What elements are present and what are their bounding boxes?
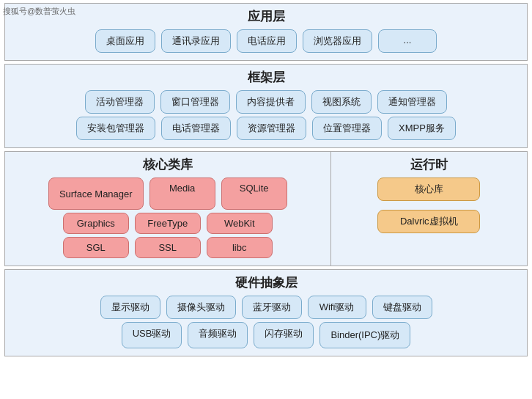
fw-btn-package[interactable]: 安装包管理器 [76, 117, 155, 140]
hal-btn-display[interactable]: 显示驱动 [100, 296, 160, 319]
app-btn-contacts[interactable]: 通讯录应用 [161, 29, 231, 53]
core-btn-libc[interactable]: libc [207, 237, 273, 258]
core-btn-graphics[interactable]: Graphics [63, 213, 129, 234]
core-row1: Surface Manager Media SQLite [11, 177, 325, 210]
hal-btn-binder[interactable]: Binder(IPC)驱动 [319, 322, 410, 348]
framework-layer: 框架层 活动管理器 窗口管理器 内容提供者 视图系统 通知管理器 安装包管理器 … [4, 64, 528, 148]
hal-row1: 显示驱动 摄像头驱动 蓝牙驱动 Wifi驱动 键盘驱动 [11, 296, 521, 319]
runtime: 运行时 核心库 Dalvric虚拟机 [331, 152, 527, 266]
core-libs-title: 核心类库 [11, 156, 325, 173]
app-layer: 应用层 桌面应用 通讯录应用 电话应用 浏览器应用 ... [4, 3, 528, 61]
app-btn-phone[interactable]: 电话应用 [237, 29, 297, 53]
app-layer-title: 应用层 [11, 8, 521, 25]
fw-btn-location[interactable]: 位置管理器 [312, 117, 382, 140]
app-btn-desktop[interactable]: 桌面应用 [95, 29, 155, 53]
framework-row1: 活动管理器 窗口管理器 内容提供者 视图系统 通知管理器 [11, 90, 521, 114]
runtime-buttons: 核心库 Dalvric虚拟机 [337, 177, 521, 236]
hal-layer-title: 硬件抽象层 [11, 274, 521, 291]
app-btn-browser[interactable]: 浏览器应用 [303, 29, 372, 53]
core-btn-sgl[interactable]: SGL [63, 237, 129, 258]
hal-btn-bluetooth[interactable]: 蓝牙驱动 [242, 296, 302, 319]
core-btn-webkit[interactable]: WebKit [207, 213, 273, 234]
runtime-title: 运行时 [337, 156, 521, 173]
app-btn-more[interactable]: ... [378, 29, 437, 53]
fw-btn-telephony[interactable]: 电话管理器 [161, 117, 231, 140]
hal-layer: 硬件抽象层 显示驱动 摄像头驱动 蓝牙驱动 Wifi驱动 键盘驱动 USB驱动 … [4, 269, 528, 356]
fw-btn-xmpp[interactable]: XMPP服务 [388, 117, 456, 140]
fw-btn-resource[interactable]: 资源管理器 [237, 117, 306, 140]
runtime-btn-dalvik[interactable]: Dalvric虚拟机 [377, 210, 480, 233]
core-row3: SGL SSL libc [11, 237, 325, 258]
hal-btn-keyboard[interactable]: 键盘驱动 [372, 296, 432, 319]
hal-row2: USB驱动 音频驱动 闪存驱动 Binder(IPC)驱动 [11, 322, 521, 348]
fw-btn-notify[interactable]: 通知管理器 [377, 90, 447, 114]
core-btn-freetype[interactable]: FreeType [135, 213, 201, 234]
hal-btn-usb[interactable]: USB驱动 [122, 322, 182, 348]
hal-btn-camera[interactable]: 摄像头驱动 [166, 296, 236, 319]
core-btn-surface[interactable]: Surface Manager [48, 177, 144, 210]
fw-btn-activity[interactable]: 活动管理器 [85, 90, 155, 114]
core-libs: 核心类库 Surface Manager Media SQLite Graphi… [5, 152, 331, 266]
middle-section: 核心类库 Surface Manager Media SQLite Graphi… [4, 151, 528, 266]
framework-row2: 安装包管理器 电话管理器 资源管理器 位置管理器 XMPP服务 [11, 117, 521, 140]
hal-btn-wifi[interactable]: Wifi驱动 [308, 296, 366, 319]
core-btn-media[interactable]: Media [149, 177, 215, 210]
framework-layer-title: 框架层 [11, 69, 521, 86]
core-row2: Graphics FreeType WebKit [11, 213, 325, 234]
hal-btn-audio[interactable]: 音频驱动 [188, 322, 248, 348]
hal-btn-flash[interactable]: 闪存驱动 [254, 322, 314, 348]
fw-btn-view[interactable]: 视图系统 [311, 90, 372, 114]
core-btn-ssl[interactable]: SSL [135, 237, 201, 258]
runtime-btn-core[interactable]: 核心库 [377, 177, 480, 201]
fw-btn-content[interactable]: 内容提供者 [236, 90, 306, 114]
fw-btn-window[interactable]: 窗口管理器 [160, 90, 230, 114]
core-btn-sqlite[interactable]: SQLite [221, 177, 287, 210]
watermark: 搜狐号@数普萤火虫 [3, 6, 75, 17]
app-layer-buttons: 桌面应用 通讯录应用 电话应用 浏览器应用 ... [11, 29, 521, 53]
